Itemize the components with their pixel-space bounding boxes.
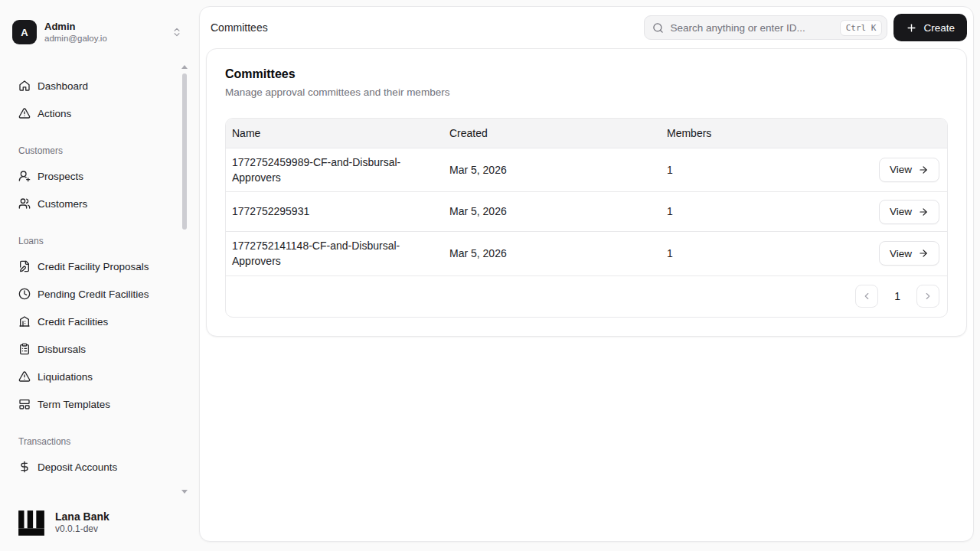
create-button-label: Create (923, 22, 955, 34)
main-panel: Committees Ctrl K Create Committees Mana… (199, 6, 974, 542)
view-button-label: View (890, 206, 912, 217)
sidebar-item-credit-facility-proposals[interactable]: Credit Facility Proposals (6, 253, 179, 280)
alert-triangle-icon (18, 370, 31, 383)
column-header-members: Members (661, 119, 806, 148)
page-subtitle: Manage approval committees and their mem… (225, 86, 948, 98)
sidebar-item-customers[interactable]: Customers (6, 190, 179, 217)
chevron-left-icon (861, 291, 872, 302)
layout-panel-icon (18, 398, 31, 410)
table-row: 1772752141148-CF-and-Disbursal-Approvers… (226, 232, 947, 276)
sidebar-scroll-up-arrow[interactable] (181, 65, 188, 69)
sidebar-item-label: Customers (38, 198, 87, 210)
previous-page-button[interactable] (855, 285, 878, 308)
sidebar-item-deposit-accounts[interactable]: Deposit Accounts (6, 453, 179, 481)
search-icon (652, 22, 664, 34)
clock-icon (18, 288, 31, 300)
search-box[interactable]: Ctrl K (644, 15, 887, 40)
committee-name: 1772752459989-CF-and-Disbursal-Approvers (226, 148, 443, 192)
committees-table: Name Created Members 1772752459989-CF-an… (225, 118, 948, 318)
table-row: 1772752459989-CF-and-Disbursal-Approvers… (226, 148, 947, 192)
avatar: A (12, 20, 37, 44)
sidebar-item-dashboard[interactable]: Dashboard (6, 72, 179, 99)
chevrons-up-down-icon (172, 27, 182, 37)
committees-card: Committees Manage approval committees an… (206, 48, 967, 337)
sidebar-item-liquidations[interactable]: Liquidations (6, 363, 179, 390)
sidebar-item-label: Pending Credit Facilities (38, 289, 149, 300)
brand-version: v0.0.1-dev (55, 523, 109, 536)
committee-name: 1772752141148-CF-and-Disbursal-Approvers (226, 232, 443, 276)
user-plus-icon (18, 170, 31, 182)
current-page-number: 1 (894, 290, 900, 302)
sidebar-item-label: Disbursals (38, 344, 86, 355)
alert-triangle-icon (18, 107, 31, 119)
sidebar-item-label: Deposit Accounts (38, 461, 117, 473)
arrow-right-icon (918, 248, 929, 259)
committee-members: 1 (661, 148, 806, 192)
breadcrumb: Committees (211, 21, 268, 34)
sidebar-item-prospects[interactable]: Prospects (6, 162, 179, 190)
committee-created: Mar 5, 2026 (443, 192, 661, 232)
sidebar-scroll-down-arrow[interactable] (181, 490, 188, 494)
clipboard-list-icon (18, 343, 31, 355)
next-page-button[interactable] (916, 285, 939, 308)
user-menu[interactable]: A Admin admin@galoy.io (12, 15, 187, 49)
committee-created: Mar 5, 2026 (443, 148, 661, 192)
view-button[interactable]: View (879, 158, 939, 182)
sidebar-scrollbar[interactable] (182, 73, 187, 230)
bank-icon (18, 315, 31, 328)
sidebar-item-label: Term Templates (38, 399, 110, 410)
sidebar-item-credit-facilities[interactable]: Credit Facilities (6, 308, 179, 335)
users-icon (18, 197, 31, 210)
column-header-name: Name (226, 119, 443, 148)
sidebar-nav: Dashboard Actions Customers Prospects Cu… (6, 72, 179, 481)
sidebar-footer: Lana Bank v0.0.1-dev (17, 508, 109, 537)
sidebar-item-disbursals[interactable]: Disbursals (6, 335, 179, 363)
view-button[interactable]: View (879, 241, 939, 266)
sidebar-item-label: Prospects (38, 171, 83, 182)
sidebar-item-label: Credit Facility Proposals (38, 261, 149, 272)
sidebar-item-term-templates[interactable]: Term Templates (6, 390, 179, 418)
table-row: 1772752295931 Mar 5, 2026 1 View (226, 192, 947, 232)
sidebar-item-label: Actions (38, 108, 71, 119)
column-header-actions (806, 119, 947, 148)
committee-members: 1 (661, 232, 806, 276)
plus-icon (906, 22, 917, 34)
table-header-row: Name Created Members (226, 119, 947, 148)
view-button[interactable]: View (879, 200, 939, 224)
chevron-right-icon (923, 291, 933, 302)
brand-name: Lana Bank (55, 510, 109, 523)
file-pen-icon (18, 260, 31, 272)
sidebar-item-actions[interactable]: Actions (6, 99, 179, 127)
pagination: 1 (226, 276, 947, 317)
sidebar-item-label: Credit Facilities (38, 316, 108, 328)
sidebar: A Admin admin@galoy.io Dashboard Actions… (0, 0, 199, 551)
sidebar-item-label: Liquidations (38, 371, 93, 383)
topbar: Committees Ctrl K Create (200, 7, 973, 48)
lana-bank-logo (17, 508, 46, 537)
committee-members: 1 (661, 192, 806, 232)
column-header-created: Created (443, 119, 661, 148)
home-icon (18, 80, 31, 92)
user-email: admin@galoy.io (44, 33, 164, 44)
content-area: Committees Manage approval committees an… (200, 48, 973, 337)
view-button-label: View (890, 164, 912, 175)
dollar-icon (18, 461, 31, 473)
page-title: Committees (225, 67, 948, 81)
search-input[interactable] (670, 22, 833, 34)
arrow-right-icon (918, 165, 929, 175)
view-button-label: View (890, 248, 912, 259)
shortcut-badge: Ctrl K (840, 20, 883, 36)
committee-name: 1772752295931 (226, 192, 443, 232)
create-button[interactable]: Create (893, 14, 967, 41)
sidebar-item-label: Dashboard (38, 80, 88, 92)
arrow-right-icon (918, 207, 929, 217)
sidebar-item-pending-credit-facilities[interactable]: Pending Credit Facilities (6, 280, 179, 308)
section-label-customers: Customers (6, 145, 179, 156)
section-label-transactions: Transactions (6, 436, 179, 447)
committee-created: Mar 5, 2026 (443, 232, 661, 276)
section-label-loans: Loans (6, 236, 179, 246)
user-name: Admin (44, 21, 164, 33)
